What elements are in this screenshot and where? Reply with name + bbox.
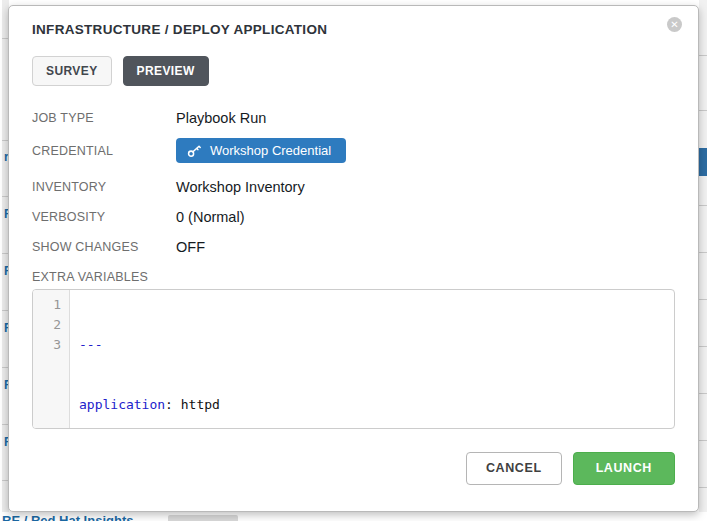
background-page-right-edge xyxy=(699,0,707,521)
tab-row: SURVEY PREVIEW xyxy=(32,56,675,86)
editor-line-number-gutter: 1 2 3 xyxy=(33,290,70,428)
inventory-value: Workshop Inventory xyxy=(176,179,675,195)
yaml-value-token: : httpd xyxy=(165,397,220,412)
credential-badge-label: Workshop Credential xyxy=(210,143,331,158)
show-changes-value: OFF xyxy=(176,239,675,255)
background-blue-cell xyxy=(699,148,707,176)
field-row-inventory: INVENTORY Workshop Inventory xyxy=(32,179,675,195)
tab-preview[interactable]: PREVIEW xyxy=(123,56,209,86)
background-row-divider xyxy=(699,110,707,111)
background-row-divider xyxy=(699,55,707,56)
deploy-application-modal: INFRASTRUCTURE / DEPLOY APPLICATION ✕ SU… xyxy=(8,5,699,512)
yaml-doc-start-token: --- xyxy=(79,337,102,352)
field-row-verbosity: VERBOSITY 0 (Normal) xyxy=(32,209,675,225)
code-line-2: application: httpd xyxy=(79,395,674,415)
background-link-fragment: RE / Red Hat Insights xyxy=(2,513,133,521)
modal-header: INFRASTRUCTURE / DEPLOY APPLICATION ✕ xyxy=(32,6,675,37)
verbosity-label: VERBOSITY xyxy=(32,210,176,224)
background-row-divider xyxy=(699,252,707,253)
extra-variables-editor[interactable]: 1 2 3 --- application: httpd xyxy=(32,289,675,429)
background-row-divider xyxy=(699,205,707,206)
tab-survey[interactable]: SURVEY xyxy=(32,56,112,86)
close-icon: ✕ xyxy=(670,20,678,30)
cancel-button[interactable]: CANCEL xyxy=(466,452,562,485)
show-changes-label: SHOW CHANGES xyxy=(32,240,176,254)
editor-code-area[interactable]: --- application: httpd xyxy=(70,290,674,428)
credential-label: CREDENTIAL xyxy=(32,144,176,158)
job-type-value: Playbook Run xyxy=(176,110,675,126)
background-chip-fragment xyxy=(168,515,238,521)
code-line-1: --- xyxy=(79,335,674,355)
field-row-show-changes: SHOW CHANGES OFF xyxy=(32,239,675,255)
key-icon xyxy=(187,144,201,158)
background-row-divider xyxy=(699,487,707,488)
launch-button[interactable]: LAUNCH xyxy=(573,452,675,485)
background-page-bottom-edge: RE / Red Hat Insights xyxy=(0,512,707,521)
close-button[interactable]: ✕ xyxy=(667,17,682,32)
line-number: 1 xyxy=(33,295,61,315)
extra-variables-label: EXTRA VARIABLES xyxy=(32,270,675,284)
background-row-divider xyxy=(699,440,707,441)
modal-title: INFRASTRUCTURE / DEPLOY APPLICATION xyxy=(32,22,675,37)
line-number: 2 xyxy=(33,315,61,335)
job-type-label: JOB TYPE xyxy=(32,111,176,125)
yaml-key-token: application xyxy=(79,397,165,412)
inventory-label: INVENTORY xyxy=(32,180,176,194)
modal-footer: CANCEL LAUNCH xyxy=(32,452,675,485)
background-row-divider xyxy=(699,393,707,394)
verbosity-value: 0 (Normal) xyxy=(176,209,675,225)
background-row-divider xyxy=(699,299,707,300)
field-row-credential: CREDENTIAL Workshop Credential xyxy=(32,138,675,163)
credential-value-cell: Workshop Credential xyxy=(176,138,675,163)
credential-badge[interactable]: Workshop Credential xyxy=(176,138,346,163)
background-row-divider xyxy=(699,346,707,347)
line-number: 3 xyxy=(33,335,61,355)
field-row-job-type: JOB TYPE Playbook Run xyxy=(32,110,675,126)
